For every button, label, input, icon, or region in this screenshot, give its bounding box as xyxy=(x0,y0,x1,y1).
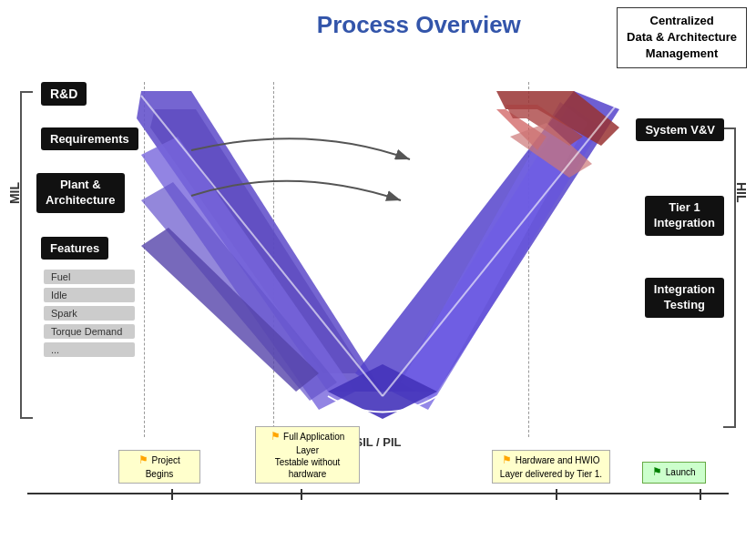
tick-1 xyxy=(171,489,173,500)
timeline-area: ⚑ Project Begins ⚑ Full Application Laye… xyxy=(27,440,729,513)
tick-2 xyxy=(301,489,302,500)
requirements-box: Requirements xyxy=(41,127,138,150)
full-app-icon: ⚑ xyxy=(271,430,283,443)
centralized-line1: Centralized xyxy=(650,14,714,27)
centralized-line3: Management xyxy=(646,46,718,60)
centralized-box: Centralized Data & Architecture Manageme… xyxy=(617,7,747,68)
tick-3 xyxy=(556,489,557,500)
full-app-note: ⚑ Full Application LayerTestable without… xyxy=(255,426,360,484)
v-diagram xyxy=(0,55,756,446)
project-begins-icon: ⚑ xyxy=(138,453,151,466)
hardware-text: Hardware and HWIOLayer delivered by Tier… xyxy=(500,455,602,479)
centralized-line2: Data & Architecture xyxy=(627,30,737,44)
hil-label: HIL xyxy=(734,182,749,203)
launch-icon: ⚑ xyxy=(652,465,665,478)
features-box: Features xyxy=(41,237,108,260)
full-app-text: Full Application LayerTestable withoutha… xyxy=(275,432,345,479)
integration-box: IntegrationTesting xyxy=(645,278,724,318)
spark-item: Spark xyxy=(44,306,135,321)
idle-item: Idle xyxy=(44,288,135,302)
tier1-box: Tier 1Integration xyxy=(645,196,724,236)
torque-item: Torque Demand xyxy=(44,324,135,339)
timeline-line xyxy=(27,493,729,494)
hardware-note: ⚑ Hardware and HWIOLayer delivered by Ti… xyxy=(492,450,610,484)
tick-4 xyxy=(700,489,701,500)
page-title: Process Overview xyxy=(317,11,521,39)
main-container: { "title": "Process Overview", "top_righ… xyxy=(0,0,756,540)
fuel-item: Fuel xyxy=(44,270,135,284)
dots-item: ... xyxy=(44,342,135,357)
left-bracket xyxy=(20,91,33,419)
hardware-icon: ⚑ xyxy=(502,453,515,466)
project-begins-note: ⚑ Project Begins xyxy=(118,450,200,484)
launch-text: Launch xyxy=(666,467,696,477)
right-bracket xyxy=(723,127,736,428)
system-vv-box: System V&V xyxy=(636,118,724,141)
plant-box: Plant &Architecture xyxy=(36,173,125,213)
rd-box: R&D xyxy=(41,82,87,106)
svg-line-14 xyxy=(383,96,624,396)
launch-note: ⚑ Launch xyxy=(642,462,706,484)
